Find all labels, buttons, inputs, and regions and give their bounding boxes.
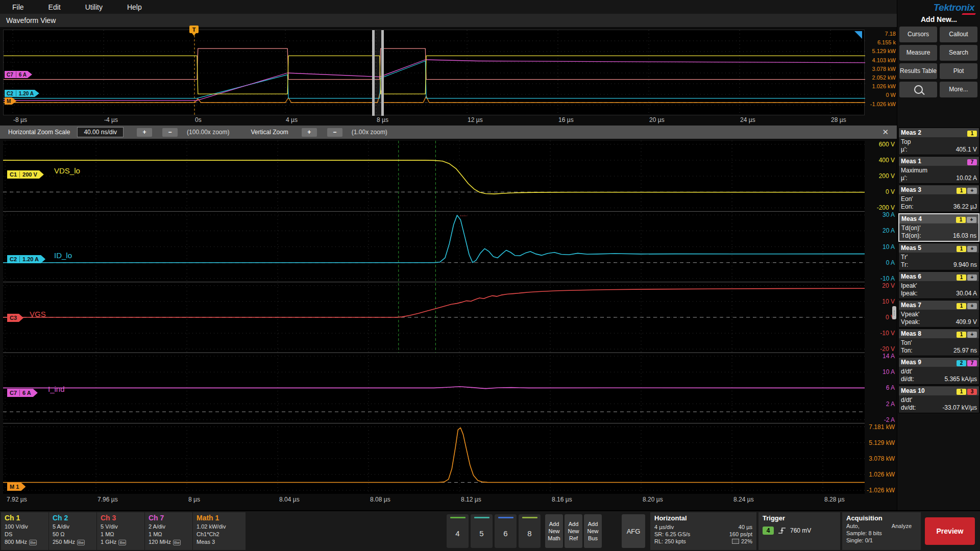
measurement-header: Meas 81+: [899, 329, 979, 338]
measurement-body: Ton'Ton:25.97 ns: [899, 338, 979, 356]
menu-help[interactable]: Help: [115, 3, 154, 11]
overview-zoom-icon[interactable]: [854, 31, 862, 39]
main-waveforms: [3, 141, 865, 494]
measurement-value-row: Tr:9.940 ns: [901, 261, 977, 268]
trigger-panel[interactable]: Trigger 4 760 mV: [758, 512, 840, 550]
measurement-card[interactable]: Meas 17Maximumµ':10.02 A: [898, 156, 979, 184]
afg-button[interactable]: AFG: [622, 514, 645, 548]
measurement-header: Meas 17: [899, 157, 979, 166]
acquisition-sample: Sample: 8 bits: [846, 530, 917, 536]
waveform-c1: [3, 160, 865, 194]
trigger-position-marker[interactable]: T: [189, 26, 199, 33]
measurement-card[interactable]: Meas 61+Ipeak'Ipeak:30.04 A: [898, 271, 979, 299]
channel-button-4[interactable]: 4: [447, 514, 469, 548]
measurement-card[interactable]: Meas 1013d/dt'dv/dt:-33.07 kV/µs: [898, 386, 979, 413]
divider-handle[interactable]: ⋮: [892, 306, 896, 319]
main-plot[interactable]: C1200 VVDS_loC21.20 AID_loC3VGSC76 AI_in…: [3, 141, 865, 494]
axis-label: 10 V: [867, 298, 895, 305]
measurement-body: Ipeak'Ipeak:30.04 A: [899, 281, 979, 298]
measurement-label: Eon:: [901, 203, 914, 210]
zoom-window-right-handle[interactable]: [381, 30, 384, 116]
search-button[interactable]: Search: [940, 45, 977, 61]
add-new-math-button[interactable]: AddNewMath: [545, 514, 563, 548]
h-zoom-scale-value[interactable]: 40.00 ns/div: [77, 127, 124, 137]
h-zoom-minus-button[interactable]: −: [162, 128, 178, 137]
time-label: 4 µs: [286, 116, 298, 123]
measurement-card[interactable]: Meas 31+Eon'Eon:36.22 µJ: [898, 185, 979, 212]
axis-label: 5.129 kW: [867, 439, 895, 446]
brand-text: Tektronix: [934, 2, 974, 13]
measurement-card[interactable]: Meas 21Topµ':405.1 V: [898, 128, 979, 155]
bottom-bar: Ch 1100 V/divDS800 MHzBwCh 25 A/div50 Ω2…: [0, 510, 980, 551]
channel-badge-c1[interactable]: C1200 V: [7, 170, 44, 179]
results-table-button[interactable]: Results Table: [899, 63, 937, 79]
v-zoom-plus-button[interactable]: +: [302, 128, 317, 137]
measurement-header: Meas 71+: [899, 300, 979, 310]
measurement-value-row: di/dt:5.365 kA/µs: [901, 375, 977, 383]
measurement-card[interactable]: Meas 81+Ton'Ton:25.97 ns: [898, 329, 979, 356]
callout-button[interactable]: Callout: [940, 27, 977, 42]
measurement-value-row: µ':405.1 V: [901, 146, 977, 153]
channel-badge-c7[interactable]: C76 A: [5, 71, 32, 78]
channel-button-5[interactable]: 5: [471, 514, 493, 548]
measure-button[interactable]: Measure: [899, 45, 937, 61]
channel-panel-ch1[interactable]: Ch 1100 V/divDS800 MHzBw: [1, 512, 48, 550]
horizontal-window: 40 µs: [729, 524, 752, 530]
measurement-header: Meas 927: [899, 358, 979, 367]
acquisition-panel[interactable]: Acquisition Auto, Analyze Sample: 8 bits…: [842, 512, 921, 550]
zoom-window-left-handle[interactable]: [372, 30, 375, 116]
preview-button[interactable]: Preview: [925, 517, 975, 545]
add-new-ref-button[interactable]: AddNewRef: [565, 514, 582, 548]
plot-button[interactable]: Plot: [940, 63, 977, 79]
main-time-axis: 7.92 µs7.96 µs8 µs8.04 µs8.08 µs8.12 µs8…: [3, 496, 865, 504]
menu-utility[interactable]: Utility: [73, 3, 115, 11]
more-button[interactable]: More...: [940, 82, 977, 97]
time-label: 0s: [195, 116, 202, 123]
time-label: 7.96 µs: [97, 496, 118, 503]
measurement-title: Meas 10: [901, 387, 925, 394]
channel-button-8[interactable]: 8: [519, 514, 541, 548]
time-label: 20 µs: [649, 116, 665, 123]
channel-panel-math1[interactable]: Math 11.02 kW/divCh1*Ch2Meas 3: [193, 512, 246, 550]
channel-panel-line: Meas 3: [197, 539, 246, 545]
measurement-value: 5.365 kA/µs: [944, 375, 977, 383]
overview-plot[interactable]: C76 AC21.20 AM: [3, 30, 865, 115]
time-label: 8.04 µs: [279, 496, 300, 503]
zoom-overview-button[interactable]: [899, 82, 937, 97]
measurement-card[interactable]: Meas 71+Vpeak'Vpeak:409.9 V: [898, 300, 979, 328]
h-zoom-plus-button[interactable]: +: [137, 128, 152, 137]
close-zoom-button[interactable]: ✕: [882, 128, 889, 137]
channel-badge-c7[interactable]: C76 A: [7, 389, 38, 397]
menu-edit[interactable]: Edit: [36, 3, 73, 11]
add-new-bus-button[interactable]: AddNewBus: [584, 514, 602, 548]
badge-group: 1+: [955, 214, 976, 223]
channel-panel-line: 50 Ω: [53, 531, 96, 537]
measurement-value: 405.1 V: [956, 146, 977, 153]
cursors-button[interactable]: Cursors: [899, 27, 937, 42]
channel-badge-c2[interactable]: C21.20 A: [5, 90, 39, 97]
badge-scale: 6 A: [22, 390, 31, 396]
measurement-value: 10.02 A: [956, 174, 977, 182]
channel-number: 6: [503, 518, 507, 548]
v-zoom-minus-button[interactable]: −: [327, 128, 342, 137]
time-label: -8 µs: [13, 116, 27, 123]
channel-panel-ch7[interactable]: Ch 72 A/div1 MΩ120 MHzBw: [145, 512, 192, 550]
channel-button-6[interactable]: 6: [495, 514, 517, 548]
measurement-card[interactable]: Meas 51+Tr'Tr:9.940 ns: [898, 243, 979, 270]
axis-label: -1.026 kW: [867, 487, 895, 494]
measurement-card[interactable]: Meas 927d/dt'di/dt:5.365 kA/µs: [898, 357, 979, 385]
measurement-value-row: Ipeak:30.04 A: [901, 290, 977, 297]
source-badge: 1: [956, 217, 966, 223]
channel-panel-line: 100 V/div: [5, 523, 48, 530]
channel-panel-ch2[interactable]: Ch 25 A/div50 Ω250 MHzBw: [49, 512, 96, 550]
button-line: New: [568, 528, 579, 535]
overview-waveform-c1: [4, 56, 865, 94]
menu-file[interactable]: File: [0, 3, 36, 11]
measurement-card[interactable]: Meas 41+Td(on)'Td(on):16.03 ns: [898, 213, 979, 242]
axis-label: -2 A: [867, 416, 895, 423]
channel-badge-c2[interactable]: C21.20 A: [7, 255, 45, 263]
horizontal-panel[interactable]: Horizontal 4 µs/div SR: 6.25 GS/s RL: 25…: [650, 512, 756, 550]
measurement-value: 409.9 V: [956, 318, 977, 325]
channel-panel-ch3[interactable]: Ch 35 V/div1 MΩ1 GHzBw: [97, 512, 144, 550]
measurement-body: d/dt'di/dt:5.365 kA/µs: [899, 367, 979, 384]
